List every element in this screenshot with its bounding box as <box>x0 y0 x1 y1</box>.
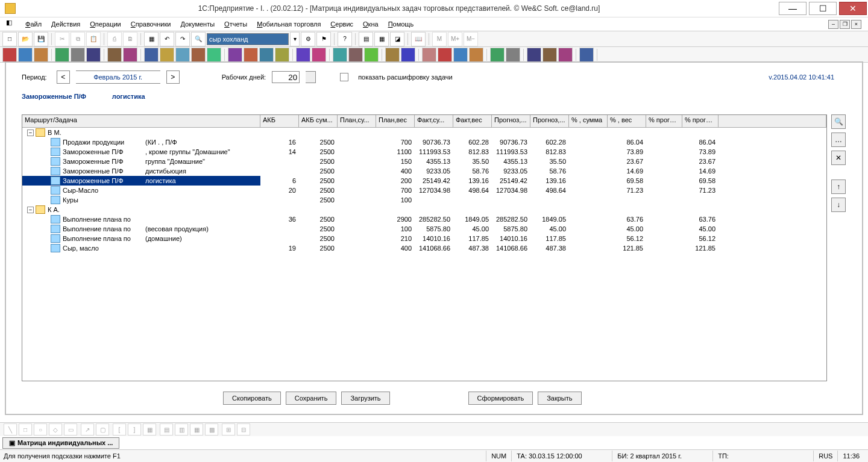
menu-Отчеты[interactable]: Отчеты <box>219 19 252 29</box>
toolbar2-btn[interactable] <box>55 48 69 62</box>
mdi-restore-button[interactable]: ❐ <box>840 20 850 29</box>
toolbar2-btn[interactable] <box>18 48 33 62</box>
table-row[interactable]: Куры2500100 <box>22 195 826 205</box>
close-button[interactable]: ✕ <box>839 2 867 15</box>
tool-b[interactable]: ⚙ <box>301 32 315 46</box>
menu-Операции[interactable]: Операции <box>85 19 125 29</box>
toolbar2-btn[interactable] <box>385 48 400 62</box>
shape-btn[interactable]: ↗ <box>81 423 94 435</box>
toolbar2-btn[interactable] <box>469 48 483 62</box>
system-menu-icon[interactable]: ◧ <box>6 19 17 30</box>
table-row[interactable]: Замороженные П/Фгруппа "Домашние"2500150… <box>22 157 826 166</box>
column-header[interactable]: % , сумма <box>569 115 608 127</box>
load-button[interactable]: Загрузить <box>341 392 389 405</box>
table-row[interactable]: Сыр-Масло202500700127034.98498.64127034.… <box>22 186 826 195</box>
find-row-button[interactable]: 🔍 <box>831 114 846 129</box>
toolbar2-btn[interactable] <box>579 48 594 62</box>
column-header[interactable]: План,су... <box>338 115 376 127</box>
menu-Сервис[interactable]: Сервис <box>326 19 358 29</box>
period-next-button[interactable]: > <box>166 70 180 84</box>
table-row[interactable]: −К А. <box>22 205 826 214</box>
shape-btn[interactable]: ▦ <box>143 423 156 435</box>
toolbar2-btn[interactable] <box>275 48 289 62</box>
toolbar2-btn[interactable] <box>558 48 573 62</box>
table-row[interactable]: Выполнение плана по(домашние)25002101401… <box>22 234 826 243</box>
m-minus-button[interactable]: M− <box>464 32 478 46</box>
toolbar2-btn[interactable] <box>490 48 505 62</box>
menu-Окна[interactable]: Окна <box>358 19 383 29</box>
preview-button[interactable]: 🗎 <box>123 32 137 46</box>
minimize-button[interactable]: — <box>779 2 807 15</box>
toolbar2-btn[interactable] <box>34 48 48 62</box>
shape-btn[interactable]: ▩ <box>205 423 218 435</box>
menu-Помощь[interactable]: Помощь <box>383 19 419 29</box>
maximize-button[interactable]: ☐ <box>809 2 837 15</box>
toolbar2-btn[interactable] <box>348 48 363 62</box>
paste-button[interactable]: 📋 <box>86 32 101 46</box>
data-grid[interactable]: Маршрут/ЗадачаАКБАКБ сум...План,су...Пла… <box>22 114 827 381</box>
shape-btn[interactable]: □ <box>19 423 32 435</box>
toolbar2-btn[interactable] <box>2 48 17 62</box>
copy-button[interactable]: ⧉ <box>71 32 85 46</box>
toolbar2-btn[interactable] <box>123 48 137 62</box>
shape-btn[interactable]: ╲ <box>4 423 17 435</box>
toolbar2-btn[interactable] <box>175 48 190 62</box>
shape-btn[interactable]: ▤ <box>160 423 173 435</box>
delete-row-button[interactable]: ✕ <box>831 151 846 165</box>
column-header[interactable]: % прогно... <box>682 115 719 127</box>
workdays-input[interactable] <box>272 71 300 83</box>
close-form-button[interactable]: Закрыть <box>538 392 581 405</box>
table-row[interactable]: Замороженные П/Флогистика6250020025149.4… <box>22 176 826 186</box>
doc-tab[interactable]: ▣Матрица индивидуальных ... <box>2 437 119 449</box>
toolbar2-btn[interactable] <box>401 48 415 62</box>
table-row[interactable]: Продажи продукции(КИ . , П/Ф162500700907… <box>22 137 826 147</box>
new-button[interactable]: □ <box>2 32 17 46</box>
tool-c[interactable]: ⚑ <box>316 32 331 46</box>
toolbar2-btn[interactable] <box>144 48 159 62</box>
move-up-button[interactable]: ↑ <box>831 179 846 194</box>
toolbar2-btn[interactable] <box>259 48 274 62</box>
m-button[interactable]: M <box>432 32 447 46</box>
mdi-close-button[interactable]: × <box>851 20 861 29</box>
toolbar2-btn[interactable] <box>438 48 452 62</box>
column-header[interactable]: Факт,су... <box>415 115 453 127</box>
toolbar2-btn[interactable] <box>312 48 326 62</box>
column-header[interactable]: Маршрут/Задача <box>22 115 260 127</box>
calendar-button[interactable]: ▦ <box>374 32 389 46</box>
column-header[interactable]: АКБ сум... <box>299 115 338 127</box>
decode-checkbox[interactable] <box>340 73 348 81</box>
period-prev-button[interactable]: < <box>57 70 70 84</box>
column-header[interactable]: % прогно... <box>646 115 682 127</box>
toolbar2-btn[interactable] <box>527 48 541 62</box>
save-form-button[interactable]: Сохранить <box>286 392 337 405</box>
column-header[interactable]: АКБ <box>260 115 299 127</box>
menu-Действия[interactable]: Действия <box>46 19 85 29</box>
shape-btn[interactable]: ○ <box>34 423 47 435</box>
menu-Документы[interactable]: Документы <box>175 19 219 29</box>
toolbar2-btn[interactable] <box>107 48 122 62</box>
shape-btn[interactable]: [ <box>113 423 126 435</box>
column-header[interactable]: План,вес <box>376 115 415 127</box>
book-button[interactable]: 📖 <box>411 32 426 46</box>
column-header[interactable]: Прогноз,... <box>492 115 530 127</box>
m-plus-button[interactable]: M+ <box>448 32 462 46</box>
toolbar2-btn[interactable] <box>506 48 520 62</box>
menu-Мобильная торговля[interactable]: Мобильная торговля <box>252 19 326 29</box>
toolbar2-btn[interactable] <box>364 48 379 62</box>
toolbar2-btn[interactable] <box>191 48 206 62</box>
save-button[interactable]: 💾 <box>34 32 48 46</box>
table-row[interactable]: Замороженные П/Ф, кроме группы "Домашние… <box>22 147 826 157</box>
shape-btn[interactable]: ▭ <box>64 423 77 435</box>
table-row[interactable]: Замороженные П/Фдистибьюция25004009233.0… <box>22 166 826 176</box>
open-button[interactable]: 📂 <box>18 32 33 46</box>
copy-button[interactable]: Скопировать <box>223 392 281 405</box>
toolbar2-btn[interactable] <box>207 48 221 62</box>
shape-btn[interactable]: ▥ <box>175 423 188 435</box>
toolbar2-btn[interactable] <box>228 48 242 62</box>
column-header[interactable]: Факт,вес <box>453 115 492 127</box>
shape-btn[interactable]: ⊟ <box>237 423 250 435</box>
generate-button[interactable]: Сформировать <box>468 392 533 405</box>
print-button[interactable]: ⎙ <box>107 32 122 46</box>
toolbar2-btn[interactable] <box>296 48 310 62</box>
menu-Справочники[interactable]: Справочники <box>126 19 176 29</box>
